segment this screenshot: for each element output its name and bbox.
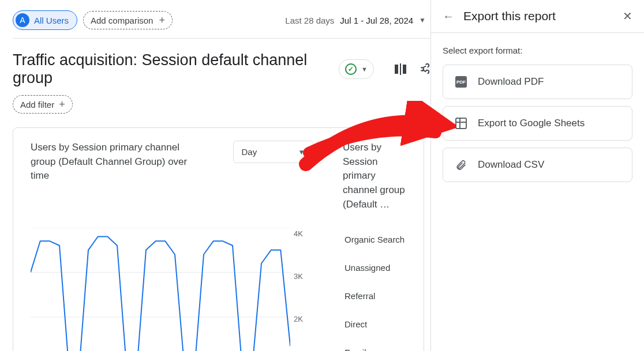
audience-avatar: A <box>16 13 29 27</box>
line-chart <box>31 228 290 351</box>
y-axis: 4K 3K 2K 1K 0 <box>290 228 319 351</box>
chevron-down-icon: ▼ <box>361 66 368 73</box>
period-label: Last 28 days <box>285 16 334 25</box>
close-icon[interactable]: ✕ <box>623 9 632 23</box>
dropdown-value: Day <box>242 147 257 157</box>
svg-rect-1 <box>400 63 401 75</box>
back-arrow-icon[interactable]: ← <box>443 10 454 23</box>
y-tick: 3K <box>294 271 303 280</box>
legend-item[interactable]: Email <box>345 348 412 351</box>
legend-item[interactable]: Unassigned <box>345 263 412 273</box>
title-actions <box>395 63 430 76</box>
report-title: Traffic acquisition: Session default cha… <box>13 51 332 87</box>
add-filter-button[interactable]: Add filter + <box>13 95 73 114</box>
chevron-down-icon: ▼ <box>419 16 426 24</box>
export-option-label: Export to Google Sheets <box>478 118 585 129</box>
add-comparison-button[interactable]: Add comparison + <box>83 11 173 29</box>
granularity-dropdown[interactable]: Day ▼ <box>233 141 314 163</box>
date-range-picker[interactable]: Last 28 days Jul 1 - Jul 28, 2024 ▼ <box>285 16 426 25</box>
chevron-down-icon: ▼ <box>298 148 305 156</box>
export-option-csv[interactable]: Download CSV <box>443 148 632 182</box>
report-status-pill[interactable]: ✓ ▼ <box>339 59 374 79</box>
audience-chip[interactable]: A All Users <box>13 10 77 30</box>
export-option-pdf[interactable]: PDF Download PDF <box>443 65 632 99</box>
plus-icon: + <box>159 15 165 25</box>
report-title-row: Traffic acquisition: Session default cha… <box>13 51 430 87</box>
chart-title-left: Users by Session primary channel group (… <box>31 141 204 183</box>
share-icon[interactable] <box>418 63 430 76</box>
compare-icon[interactable] <box>395 63 410 75</box>
y-tick: 4K <box>294 229 303 237</box>
export-option-label: Download PDF <box>478 76 544 88</box>
svg-rect-0 <box>395 65 398 74</box>
date-range-text: Jul 1 - Jul 28, 2024 <box>340 16 413 25</box>
add-filter-label: Add filter <box>20 100 54 110</box>
add-comparison-label: Add comparison <box>91 16 153 25</box>
chart-title-right: Users by Session primary channel group (… <box>343 141 412 212</box>
export-panel: ← Export this report ✕ Select export for… <box>430 0 644 351</box>
panel-subtitle: Select export format: <box>443 46 632 55</box>
chart-legend: Organic Search Unassigned Referral Direc… <box>319 228 412 351</box>
attachment-icon <box>455 158 467 171</box>
chart-card: Users by Session primary channel group (… <box>13 127 424 351</box>
legend-item[interactable]: Direct <box>345 319 412 329</box>
export-option-sheets[interactable]: Export to Google Sheets <box>443 106 632 141</box>
plus-icon: + <box>59 99 65 110</box>
svg-rect-2 <box>403 65 406 74</box>
y-tick: 2K <box>294 315 303 323</box>
sheets-icon <box>455 117 467 130</box>
check-circle-icon: ✓ <box>345 63 357 75</box>
legend-item[interactable]: Organic Search <box>345 235 412 244</box>
svg-text:PDF: PDF <box>456 80 466 85</box>
pdf-icon: PDF <box>455 76 467 88</box>
top-toolbar: A All Users Add comparison + Last 28 day… <box>13 10 430 39</box>
legend-item[interactable]: Referral <box>345 291 412 301</box>
audience-label: All Users <box>34 16 69 25</box>
panel-title: Export this report <box>463 9 613 23</box>
svg-rect-9 <box>456 118 466 129</box>
export-option-label: Download CSV <box>478 159 544 171</box>
